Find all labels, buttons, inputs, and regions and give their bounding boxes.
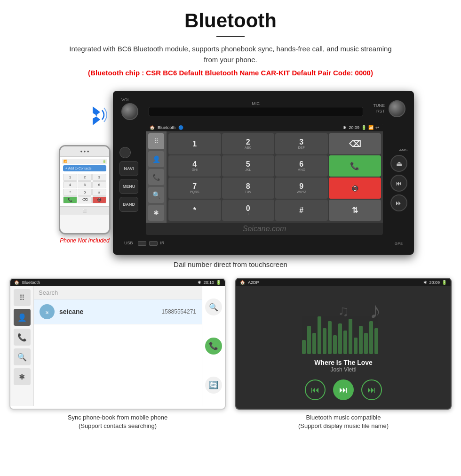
tune-knob[interactable] [389, 100, 405, 117]
phone-dialpad: 1 2 3 4 5 6 * 0 # 📞 ⌫ 📵 [62, 173, 107, 204]
bt-icon-status: ✱ [343, 125, 347, 130]
sidebar-bt-btn[interactable]: ✱ [148, 205, 164, 221]
svg-rect-8 [338, 323, 342, 354]
time-display: 20:09 [349, 125, 359, 130]
pb-bt-icon-side[interactable]: ✱ [14, 368, 31, 385]
back-btn[interactable]: ↩ [375, 125, 379, 130]
pb-app-name: Bluetooth [22, 280, 40, 285]
play-pause-btn[interactable]: ⏭ [333, 379, 354, 400]
dial-key-6[interactable]: 6MNO [275, 155, 328, 177]
svg-rect-15 [374, 328, 378, 354]
next-track-btn[interactable]: ⏭ [361, 379, 382, 400]
screen-container: 🏠 Bluetooth 🔵 ✱ 20:09 🔋 📶 ↩ [141, 124, 388, 235]
music-time: 20:09 [429, 280, 440, 285]
dial-key-5[interactable]: 5JKL [222, 155, 275, 177]
battery-icon: 🔋 [361, 125, 366, 130]
music-home-icon[interactable]: 🏠 [240, 280, 245, 285]
svg-rect-12 [359, 326, 363, 354]
pb-search-action-btn[interactable]: 🔍 [205, 299, 222, 315]
dial-key-delete[interactable]: ⌫ [329, 133, 382, 154]
dialpad-main: 1 2ABC 3DEF ⌫ 4GHI 5JKL 6MNO 📞 7PQRS 8TU… [167, 131, 383, 223]
dial-key-2[interactable]: 2ABC [222, 133, 275, 154]
add-to-contacts: + Add to Contacts [63, 165, 106, 171]
phonebook-block: 🏠 Bluetooth ✱ 20:10 🔋 ⠿ 👤 📞 🔍 ✱ [9, 278, 226, 430]
pb-search-bar[interactable]: Search [34, 286, 202, 299]
dial-key-8[interactable]: 8TUV [222, 177, 275, 199]
dial-key-3[interactable]: 3DEF [275, 133, 328, 154]
pb-content: Search s seicane 15885554271 [34, 286, 202, 406]
svg-rect-11 [354, 338, 358, 354]
pb-search-icon[interactable]: 🔍 [14, 348, 31, 365]
pb-all-icon[interactable]: ⠿ [14, 289, 31, 306]
svg-rect-6 [328, 321, 332, 354]
music-title: Where Is The Love [314, 359, 373, 366]
dial-key-0[interactable]: 0+ [222, 200, 275, 221]
left-buttons: NAVI MENU BAND [119, 124, 138, 235]
music-caption-line1: Bluetooth music compatible [306, 414, 381, 421]
usb-port-2[interactable] [149, 241, 158, 246]
pb-body: ⠿ 👤 📞 🔍 ✱ Search s seicane [10, 286, 225, 406]
head-unit: VOL MIC TUNE RST NAVI MENU BAND [113, 91, 414, 255]
pb-bt-icon: ✱ [198, 280, 201, 285]
pb-sync-btn[interactable]: 🔄 [205, 377, 222, 394]
music-visual: ♪ [301, 293, 386, 354]
music-note-icon: ♪ [370, 298, 381, 323]
sidebar-search-btn[interactable]: 🔍 [148, 187, 164, 203]
svg-rect-1 [302, 340, 306, 354]
right-buttons: AMS ⏏ ⏮ ⏭ [390, 124, 407, 235]
dial-key-hash[interactable]: # [275, 200, 328, 221]
vol-knob[interactable] [121, 103, 138, 120]
sidebar-contacts-btn[interactable]: 👤 [148, 151, 164, 167]
band-button[interactable]: BAND [119, 197, 138, 212]
home-icon[interactable]: 🏠 [150, 125, 155, 130]
pb-call-icon[interactable]: 📞 [14, 329, 31, 346]
svg-rect-14 [369, 321, 373, 354]
eject-btn[interactable]: ⏏ [390, 155, 407, 172]
title-divider [216, 36, 245, 37]
usb-label: USB [124, 241, 133, 245]
pb-contact-initial: s [46, 308, 49, 315]
pb-home-icon[interactable]: 🏠 [14, 280, 19, 285]
phone-top-bar: ● ● ● [60, 146, 109, 157]
dial-key-9[interactable]: 9WXYZ [275, 177, 328, 199]
menu-button[interactable]: MENU [119, 179, 138, 194]
dial-key-end[interactable]: 📵 [329, 177, 382, 199]
phonebook-screen: 🏠 Bluetooth ✱ 20:10 🔋 ⠿ 👤 📞 🔍 ✱ [9, 278, 226, 410]
music-statusbar: 🏠 A2DP ✱ 20:09 🔋 [236, 279, 451, 286]
mic-label: MIC [144, 101, 368, 106]
dial-key-star[interactable]: * [168, 200, 221, 221]
sidebar-recent-btn[interactable]: 📞 [148, 169, 164, 185]
prev-btn[interactable]: ⏮ [390, 175, 407, 192]
phonebook-caption-line2: (Support contacts searching) [79, 422, 157, 429]
usb-area [138, 241, 158, 246]
head-unit-body: NAVI MENU BAND 🏠 Bluetooth 🔵 ✱ [119, 124, 407, 235]
dial-key-4[interactable]: 4GHI [168, 155, 221, 177]
next-btn[interactable]: ⏭ [390, 194, 407, 211]
rst-label: RST [374, 109, 385, 113]
main-image-section: ● ● ● 📶🔋 + Add to Contacts 1 2 3 4 5 6 *… [0, 86, 461, 258]
bluetooth-wave-icon [82, 102, 111, 130]
dial-key-7[interactable]: 7PQRS [168, 177, 221, 199]
dial-key-up[interactable]: ⇅ [329, 200, 382, 221]
svg-rect-9 [343, 331, 347, 354]
navi-button[interactable]: NAVI [119, 161, 138, 176]
music-caption-line2: (Support display music file name) [298, 422, 389, 429]
dial-key-call[interactable]: 📞 [329, 155, 382, 177]
dial-key-1[interactable]: 1 [168, 133, 221, 154]
music-block: 🏠 A2DP ✱ 20:09 🔋 ♪ [235, 278, 452, 430]
sidebar-dialpad-btn[interactable]: ⠿ [148, 133, 164, 149]
pb-call-action-btn[interactable]: 📞 [205, 338, 222, 355]
bt-icon-small: 🔵 [178, 125, 183, 130]
svg-marker-0 [93, 106, 100, 125]
cd-slot [149, 107, 363, 116]
pb-contacts-icon[interactable]: 👤 [14, 309, 31, 326]
pb-action-buttons: 🔍 📞 🔄 [202, 286, 225, 406]
head-unit-bottom: USB IR GPS [119, 239, 407, 248]
svg-rect-7 [333, 335, 337, 354]
android-screen: 🏠 Bluetooth 🔵 ✱ 20:09 🔋 📶 ↩ [146, 124, 383, 235]
usb-port-1[interactable] [138, 241, 146, 246]
vol-label: VOL [121, 97, 138, 102]
pb-contact-row[interactable]: s seicane 15885554271 [34, 299, 202, 324]
dialpad-sidebar: ⠿ 👤 📞 🔍 ✱ [146, 131, 167, 223]
prev-track-btn[interactable]: ⏮ [305, 379, 326, 400]
